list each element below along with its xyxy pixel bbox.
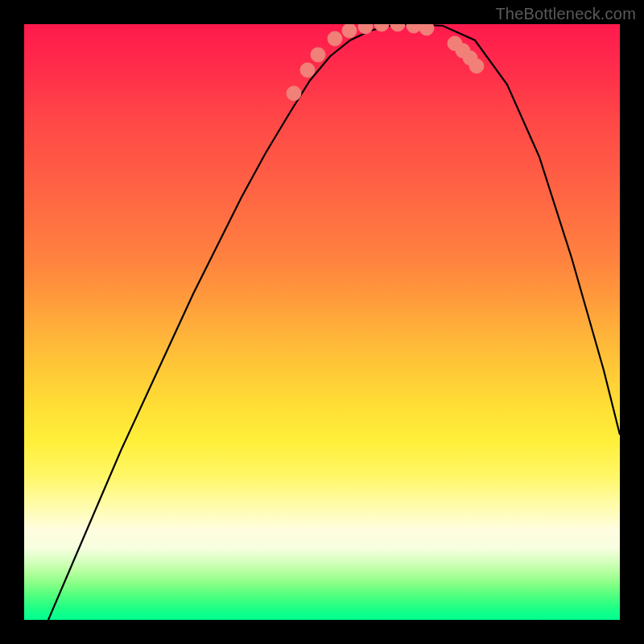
watermark-text: TheBottleneck.com (495, 5, 636, 23)
curve-marker (328, 31, 342, 46)
curve-marker (390, 24, 405, 31)
bottleneck-curve (48, 24, 620, 620)
curve-marker (374, 24, 389, 31)
curve-marker (287, 86, 301, 101)
bottleneck-chart-svg (24, 24, 620, 620)
curve-marker (358, 24, 373, 34)
curve-marker (407, 24, 421, 33)
chart-frame: TheBottleneck.com (0, 0, 644, 644)
curve-markers (287, 24, 484, 101)
curve-marker (300, 63, 315, 77)
curve-marker (342, 24, 357, 38)
curve-marker (419, 24, 434, 35)
plot-area (24, 24, 620, 620)
curve-marker (311, 47, 325, 62)
curve-marker (469, 59, 484, 73)
